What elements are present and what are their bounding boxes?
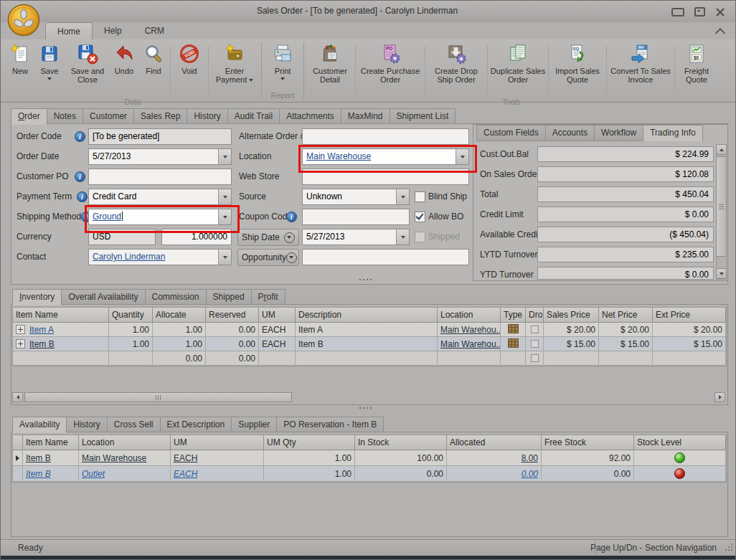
alternate-order-field[interactable] bbox=[302, 128, 469, 145]
column-header[interactable]: Item Name bbox=[13, 308, 109, 322]
chevron-down-icon[interactable] bbox=[218, 250, 231, 265]
allocated-link[interactable]: 8.00 bbox=[522, 453, 538, 463]
drop-checkbox[interactable] bbox=[531, 326, 539, 333]
scrollbar-thumb[interactable] bbox=[24, 392, 292, 402]
new-button[interactable]: New bbox=[6, 42, 34, 75]
opportunity-field[interactable] bbox=[302, 249, 469, 265]
scroll-right-icon[interactable] bbox=[714, 392, 725, 402]
shipping-method-field[interactable]: Ground bbox=[88, 209, 232, 225]
chevron-down-icon[interactable] bbox=[218, 189, 231, 204]
ribbon-collapse-icon[interactable] bbox=[715, 28, 725, 38]
save-button[interactable]: Save bbox=[34, 42, 65, 80]
column-header[interactable]: Ext Price bbox=[653, 308, 726, 322]
currency-rate-field[interactable]: 1.000000 bbox=[161, 229, 232, 245]
column-header[interactable]: UM bbox=[171, 435, 264, 450]
create-drop-ship-order-button[interactable]: Create Drop Ship Order bbox=[427, 42, 486, 84]
contact-field[interactable]: Carolyn Linderman bbox=[88, 249, 232, 265]
convert-to-sales-invoice-button[interactable]: INV Convert To Sales Invoice bbox=[608, 42, 673, 84]
column-header[interactable]: Reserved bbox=[206, 308, 259, 322]
tab-accounts[interactable]: Accounts bbox=[545, 125, 595, 141]
duplicate-sales-order-button[interactable]: Duplicate Sales Order bbox=[489, 42, 547, 84]
item-link[interactable]: Item A bbox=[29, 325, 54, 335]
ship-date-field[interactable]: 5/27/2013 bbox=[302, 229, 410, 245]
expand-icon[interactable] bbox=[16, 325, 25, 334]
tab-maxmind[interactable]: MaxMind bbox=[341, 108, 390, 125]
splitter-handle[interactable] bbox=[359, 407, 372, 409]
column-header[interactable]: Sales Price bbox=[544, 308, 599, 322]
source-field[interactable]: Unknown bbox=[302, 189, 410, 205]
scrollbar-thumb[interactable] bbox=[716, 156, 727, 257]
minimize-icon[interactable] bbox=[671, 8, 684, 16]
order-code-field[interactable]: [To be generated] bbox=[88, 128, 232, 145]
tab-audit-trail[interactable]: Audit Trail bbox=[227, 108, 280, 125]
column-header[interactable]: Quantity bbox=[109, 308, 153, 322]
item-link[interactable]: Item B bbox=[29, 339, 55, 349]
chevron-down-icon[interactable] bbox=[456, 149, 468, 164]
tab-attachments[interactable]: Attachments bbox=[279, 108, 341, 125]
expand-icon[interactable] bbox=[16, 339, 25, 348]
undo-button[interactable]: Undo bbox=[110, 42, 138, 75]
location-link[interactable]: Outlet bbox=[82, 469, 105, 479]
info-icon[interactable] bbox=[286, 212, 297, 222]
restore-icon[interactable] bbox=[694, 7, 705, 16]
um-link[interactable]: EACH bbox=[174, 469, 197, 479]
column-header[interactable]: Location bbox=[79, 435, 171, 450]
tab-avail-history[interactable]: History bbox=[66, 417, 107, 433]
column-header[interactable]: UM bbox=[259, 308, 296, 322]
tab-history[interactable]: History bbox=[187, 108, 227, 125]
tab-commission[interactable]: Commission bbox=[145, 289, 207, 305]
tab-shipment-list[interactable]: Shipment List bbox=[390, 108, 456, 125]
item-link[interactable]: Item B bbox=[26, 469, 51, 479]
um-link[interactable]: EACH bbox=[174, 453, 197, 463]
tab-inventory[interactable]: Inventory bbox=[12, 289, 62, 305]
tab-notes[interactable]: Notes bbox=[47, 108, 83, 125]
location-field[interactable]: Main Warehouse bbox=[302, 148, 469, 165]
ship-date-button[interactable]: Ship Date bbox=[237, 229, 299, 246]
tab-order[interactable]: Order bbox=[11, 108, 47, 125]
blind-ship-checkbox[interactable] bbox=[415, 191, 425, 202]
column-header[interactable]: Item Name bbox=[23, 435, 79, 450]
column-header[interactable]: Type bbox=[501, 308, 526, 322]
column-header[interactable]: Allocate bbox=[153, 308, 206, 322]
opportunity-button[interactable]: Opportunity bbox=[237, 249, 299, 266]
tab-workflow[interactable]: Workflow bbox=[594, 125, 643, 141]
void-button[interactable]: VOID Void bbox=[172, 42, 207, 75]
tab-custom-fields[interactable]: Custom Fields bbox=[476, 125, 546, 141]
tab-supplier[interactable]: Supplier bbox=[231, 417, 277, 433]
tab-customer[interactable]: Customer bbox=[82, 108, 134, 125]
freight-quote-button[interactable]: $0 Freight Quote bbox=[676, 42, 717, 84]
import-sales-quote-button[interactable]: SQ Import Sales Quote bbox=[550, 42, 605, 84]
splitter-handle[interactable] bbox=[359, 279, 372, 280]
coupon-code-field[interactable] bbox=[302, 209, 410, 225]
currency-code-field[interactable]: USD bbox=[88, 229, 156, 245]
tab-sales-rep[interactable]: Sales Rep bbox=[133, 108, 187, 125]
column-header[interactable]: Allocated bbox=[447, 435, 542, 450]
enter-payment-button[interactable]: Enter Payment bbox=[210, 42, 259, 84]
column-header[interactable]: Net Price bbox=[599, 308, 653, 322]
column-header[interactable]: Stock Level bbox=[634, 435, 726, 450]
ribbon-tab-help[interactable]: Help bbox=[93, 23, 133, 39]
column-header[interactable]: Free Stock bbox=[542, 435, 634, 450]
web-store-field[interactable] bbox=[302, 169, 469, 185]
tab-po-reservation[interactable]: PO Reservation - Item B bbox=[276, 417, 384, 433]
location-link[interactable]: Main Warehou... bbox=[440, 325, 501, 335]
allocated-link[interactable]: 0.00 bbox=[522, 469, 538, 479]
tab-overall-availability[interactable]: Overall Availability bbox=[61, 289, 145, 305]
tab-ext-description[interactable]: Ext Description bbox=[160, 417, 232, 433]
tab-availability[interactable]: Availability bbox=[12, 417, 67, 433]
payment-term-field[interactable]: Credit Card bbox=[88, 189, 232, 205]
create-purchase-order-button[interactable]: PO Create Purchase Order bbox=[357, 42, 423, 84]
allow-bo-checkbox[interactable] bbox=[415, 212, 425, 222]
item-link[interactable]: Item B bbox=[26, 453, 51, 463]
save-and-close-button[interactable]: Save and Close bbox=[65, 42, 110, 84]
tab-trading-info[interactable]: Trading Info bbox=[643, 125, 703, 141]
scroll-up-icon[interactable] bbox=[716, 144, 727, 155]
ribbon-tab-home[interactable]: Home bbox=[45, 22, 93, 39]
order-date-field[interactable]: 5/27/2013 bbox=[88, 148, 232, 165]
column-header[interactable]: In Stock bbox=[355, 435, 447, 450]
tab-shipped[interactable]: Shipped bbox=[206, 289, 252, 305]
close-icon[interactable] bbox=[715, 8, 727, 16]
customer-po-field[interactable] bbox=[88, 169, 232, 185]
info-icon[interactable] bbox=[77, 191, 88, 202]
scroll-down-icon[interactable] bbox=[716, 268, 727, 279]
